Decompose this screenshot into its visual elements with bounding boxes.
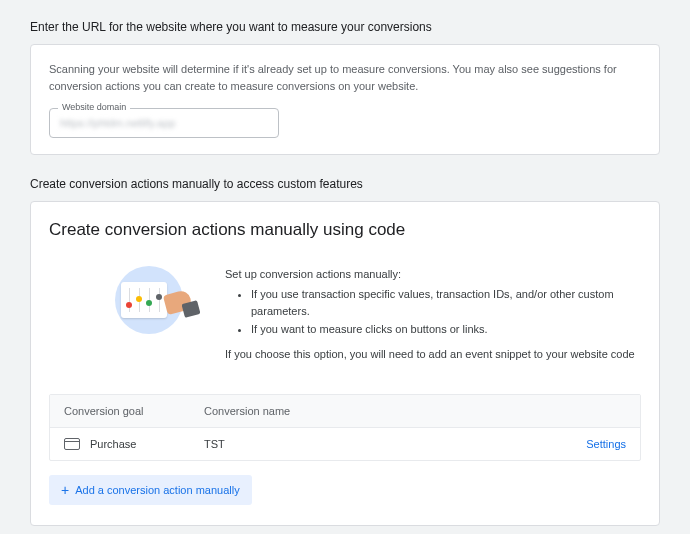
add-conversion-button[interactable]: + Add a conversion action manually	[49, 475, 252, 505]
website-domain-label: Website domain	[58, 102, 130, 112]
section2-title: Create conversion actions manually to ac…	[30, 177, 660, 191]
intro-text: Set up conversion actions manually:	[225, 266, 641, 284]
settings-link[interactable]: Settings	[586, 438, 626, 450]
card-heading: Create conversion actions manually using…	[49, 220, 641, 240]
table-header: Conversion goal Conversion name	[50, 395, 640, 428]
purchase-icon	[64, 438, 80, 450]
header-goal: Conversion goal	[64, 405, 204, 417]
section1-desc: Scanning your website will determine if …	[49, 61, 641, 94]
plus-icon: +	[61, 483, 69, 497]
hero-text: Set up conversion actions manually: If y…	[225, 266, 641, 364]
conversion-table: Conversion goal Conversion name Purchase…	[49, 394, 641, 461]
website-scan-card: Scanning your website will determine if …	[30, 44, 660, 155]
outro-text: If you choose this option, you will need…	[225, 346, 641, 364]
header-name: Conversion name	[204, 405, 566, 417]
bullet-1: If you use transaction specific values, …	[251, 286, 641, 321]
illustration	[109, 266, 189, 336]
website-domain-value: https://phldm.netlify.app	[60, 117, 175, 129]
manual-actions-card: Create conversion actions manually using…	[30, 201, 660, 526]
row-goal: Purchase	[90, 438, 136, 450]
add-conversion-label: Add a conversion action manually	[75, 484, 239, 496]
row-name: TST	[204, 438, 566, 450]
section1-title: Enter the URL for the website where you …	[30, 20, 660, 34]
table-row: Purchase TST Settings	[50, 428, 640, 460]
website-domain-field[interactable]: Website domain https://phldm.netlify.app	[49, 108, 279, 138]
bullet-2: If you want to measure clicks on buttons…	[251, 321, 641, 339]
